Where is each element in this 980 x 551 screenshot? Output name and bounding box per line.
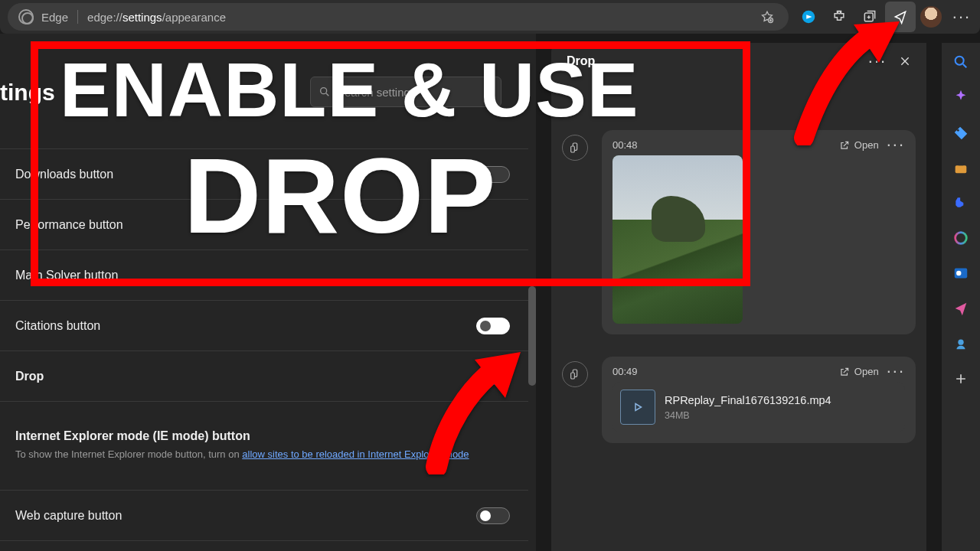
toggle-citations[interactable]: [476, 318, 510, 334]
sidebar-tools-icon[interactable]: [949, 156, 972, 179]
drop-toolbar-icon[interactable]: [885, 2, 916, 32]
svg-rect-8: [571, 373, 575, 379]
more-menu-icon[interactable]: ···: [946, 2, 977, 32]
drop-item-more-icon[interactable]: ···: [887, 368, 905, 375]
settings-search[interactable]: Search settings: [310, 77, 501, 107]
svg-rect-11: [956, 165, 967, 173]
toggle-web-capture[interactable]: [476, 507, 510, 524]
extensions-icon[interactable]: [824, 2, 854, 32]
page-title: tings: [0, 80, 55, 106]
rewards-icon[interactable]: [793, 2, 824, 32]
address-bar[interactable]: Edge edge://settings/appearance: [8, 3, 789, 31]
svg-point-2: [838, 11, 840, 14]
open-external-icon: [839, 140, 850, 151]
edge-logo-icon: [18, 9, 34, 24]
drop-open-button[interactable]: Open: [839, 366, 879, 377]
svg-point-13: [956, 233, 967, 244]
drop-item-time: 00:49: [612, 366, 839, 377]
row-web-select-button: Web select button: [0, 540, 528, 551]
drop-item-time: 00:48: [612, 139, 839, 151]
settings-rows: Downloads button Performance button Math…: [0, 148, 528, 551]
sidebar-shopping-icon[interactable]: [949, 121, 972, 144]
drop-panel: Drop ··· 00:48 Open ···: [551, 43, 926, 551]
open-external-icon: [839, 367, 850, 377]
svg-rect-12: [958, 163, 963, 166]
sidebar-office-icon[interactable]: [949, 227, 972, 249]
ie-mode-description: To show the Internet Explorer mode butto…: [15, 448, 469, 462]
drop-item-more-icon[interactable]: ···: [887, 142, 905, 148]
settings-scrollbar[interactable]: [528, 286, 536, 386]
address-url: edge://settings/appearance: [87, 11, 226, 24]
row-web-capture-button: Web capture button: [0, 490, 528, 540]
drop-open-button[interactable]: Open: [839, 139, 879, 151]
search-icon: [318, 86, 331, 98]
video-file-icon: [620, 390, 655, 425]
toggle-downloads[interactable]: [476, 166, 510, 183]
row-downloads-button: Downloads button: [0, 148, 528, 199]
profile-avatar[interactable]: [916, 2, 946, 32]
favorite-icon[interactable]: [756, 2, 778, 32]
drop-more-icon[interactable]: ···: [864, 47, 891, 75]
row-drop: Drop: [0, 350, 528, 401]
svg-point-10: [957, 129, 959, 132]
sidebar-add-icon[interactable]: [949, 367, 972, 390]
device-badge-icon: [562, 361, 588, 387]
svg-point-15: [956, 271, 961, 276]
sidebar-discover-icon[interactable]: [949, 86, 972, 109]
image-thumbnail[interactable]: [612, 155, 743, 324]
address-separator: [77, 10, 78, 24]
browser-toolbar: Edge edge://settings/appearance ···: [0, 0, 980, 34]
address-brand: Edge: [41, 11, 68, 24]
device-badge-icon: [562, 135, 588, 161]
ie-mode-link[interactable]: allow sites to be reloaded in Internet E…: [242, 448, 469, 460]
file-attachment[interactable]: RPReplay_Final1676139216.mp4 34MB: [612, 382, 905, 432]
drop-close-icon[interactable]: [891, 47, 919, 75]
svg-rect-6: [571, 146, 575, 152]
row-performance-button: Performance button: [0, 199, 528, 249]
sidebar-outlook-icon[interactable]: [949, 262, 972, 285]
settings-pane: tings Search settings Downloads button P…: [0, 34, 536, 551]
search-placeholder: Search settings: [337, 86, 416, 99]
sidebar-drop-icon[interactable]: [949, 297, 972, 320]
drop-item-image[interactable]: 00:48 Open ···: [602, 130, 916, 334]
svg-point-16: [958, 340, 963, 345]
row-ie-mode-button: Internet Explorer mode (IE mode) button …: [0, 401, 528, 490]
file-name: RPReplay_Final1676139216.mp4: [665, 393, 831, 408]
sidebar-search-icon[interactable]: [949, 51, 972, 73]
edge-sidebar: [942, 43, 980, 551]
drop-panel-header: Drop ···: [551, 43, 926, 80]
collections-icon[interactable]: [854, 2, 885, 32]
row-citations-button: Citations button: [0, 300, 528, 350]
sidebar-games-icon[interactable]: [949, 191, 972, 214]
row-math-solver-button: Math Solver button: [0, 249, 528, 300]
svg-point-9: [956, 57, 964, 65]
svg-point-4: [321, 88, 327, 94]
sidebar-skype-icon[interactable]: [949, 332, 972, 355]
toggle-drop[interactable]: [476, 368, 510, 385]
drop-panel-title: Drop: [559, 54, 864, 68]
file-size: 34MB: [665, 410, 831, 421]
drop-item-file[interactable]: 00:49 Open ··· RPReplay_Final1676139216.…: [602, 357, 916, 443]
